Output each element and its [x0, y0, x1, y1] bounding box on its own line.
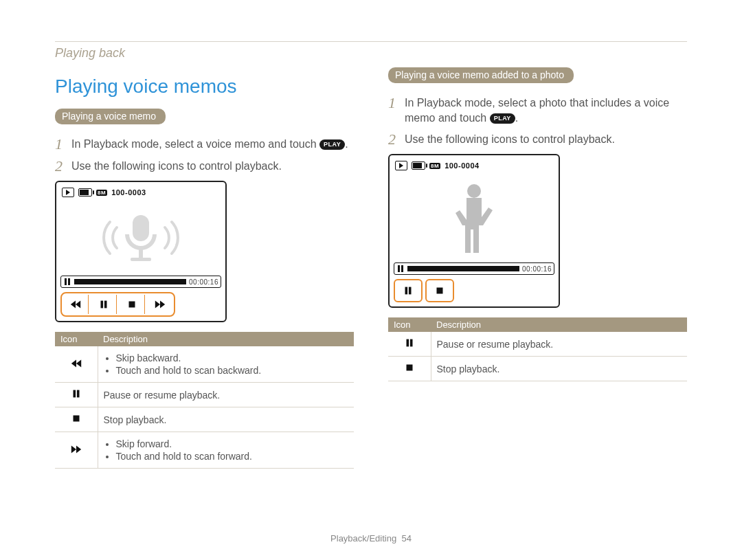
progress-bar: 00:00:16 — [394, 262, 554, 275]
step-2-right: 2 Use the following icons to control pla… — [388, 132, 687, 147]
step-text: Use the following icons to control playb… — [71, 159, 282, 174]
rewind-icon — [69, 298, 82, 311]
forward-button[interactable] — [148, 295, 172, 314]
forward-icon — [70, 443, 82, 456]
pause-button[interactable] — [394, 279, 423, 302]
photo-thumbnail — [394, 173, 554, 262]
col-header-description: Description — [431, 317, 687, 332]
stop-button[interactable] — [120, 295, 145, 314]
svg-rect-0 — [133, 215, 149, 241]
step-text: In Playback mode, select a voice memo an… — [71, 137, 348, 152]
pause-icon — [98, 298, 110, 311]
table-row: Pause or resume playback. — [388, 332, 687, 357]
col-header-description: Description — [98, 332, 354, 346]
play-pill-icon: PLAY — [490, 113, 515, 124]
file-counter: 100-0003 — [111, 188, 146, 197]
description-list: Skip forward. Touch and hold to scan for… — [104, 438, 349, 462]
file-counter: 100-0004 — [445, 161, 480, 170]
table-row: Pause or resume playback. — [55, 383, 354, 407]
pause-button[interactable] — [91, 295, 117, 314]
step-number: 1 — [388, 96, 399, 111]
svg-rect-3 — [101, 301, 104, 309]
step-1-left: 1 In Playback mode, select a voice memo … — [55, 137, 354, 152]
svg-rect-4 — [104, 301, 107, 309]
pause-indicator-icon — [396, 265, 405, 273]
playback-mode-icon — [395, 161, 407, 170]
section-title: Playing voice memos — [55, 76, 354, 98]
svg-rect-10 — [405, 287, 408, 295]
icon-description-table-right: Icon Description Pause or resume playbac… — [388, 317, 687, 381]
stop-icon — [70, 412, 82, 425]
person-silhouette-icon — [450, 180, 498, 262]
step-2-left: 2 Use the following icons to control pla… — [55, 159, 354, 174]
microphone-icon — [89, 207, 192, 269]
pause-indicator-icon — [63, 278, 71, 286]
timestamp: 00:00:16 — [189, 278, 218, 286]
pause-icon — [403, 337, 416, 349]
svg-rect-7 — [77, 390, 80, 398]
svg-rect-13 — [406, 339, 409, 347]
subsection-pill-left: Playing a voice memo — [55, 109, 166, 124]
memory-badge: 8M — [429, 163, 440, 169]
pause-icon — [70, 388, 82, 400]
svg-rect-1 — [139, 248, 143, 258]
svg-rect-14 — [410, 339, 413, 347]
svg-rect-12 — [437, 288, 443, 294]
table-row: Skip forward. Touch and hold to scan for… — [55, 432, 354, 469]
stop-icon — [126, 298, 138, 311]
table-row: Stop playback. — [55, 407, 354, 432]
icon-description-table-left: Icon Description Skip backward. Touch an… — [55, 332, 354, 469]
description-text: Pause or resume playback. — [431, 332, 687, 357]
description-text: Stop playback. — [431, 357, 687, 381]
playback-controls — [60, 292, 175, 317]
description-text: Pause or resume playback. — [98, 383, 354, 407]
breadcrumb: Playing back — [55, 46, 687, 60]
step-1-right: 1 In Playback mode, select a photo that … — [388, 96, 687, 125]
play-pill-icon: PLAY — [319, 139, 345, 150]
footer-section: Playback/Editing — [330, 533, 396, 544]
right-column: Playing a voice memo added to a photo 1 … — [388, 67, 687, 469]
battery-icon — [78, 188, 92, 197]
table-row: Stop playback. — [388, 357, 687, 381]
stop-icon — [403, 361, 416, 374]
progress-bar: 00:00:16 — [60, 276, 221, 288]
top-rule — [55, 41, 687, 42]
step-text: Use the following icons to control playb… — [405, 132, 615, 147]
memory-badge: 8M — [96, 190, 107, 196]
timestamp: 00:00:16 — [522, 265, 552, 273]
svg-rect-15 — [406, 365, 412, 371]
col-header-icon: Icon — [388, 317, 431, 332]
svg-point-9 — [467, 184, 481, 198]
stop-icon — [434, 284, 446, 297]
step-number: 1 — [55, 137, 66, 152]
step-number: 2 — [55, 159, 66, 174]
table-row: Skip backward. Touch and hold to scan ba… — [55, 346, 354, 383]
svg-rect-6 — [73, 390, 76, 398]
page-footer: Playback/Editing 54 — [0, 533, 742, 544]
svg-rect-8 — [73, 416, 79, 422]
footer-page-number: 54 — [401, 533, 411, 544]
playback-controls — [394, 279, 554, 302]
col-header-icon: Icon — [55, 332, 98, 346]
forward-icon — [154, 298, 166, 311]
device-screen-photo-memo: 8M 100-0004 00:00:16 — [388, 154, 560, 308]
stop-button[interactable] — [425, 279, 454, 302]
svg-rect-2 — [131, 258, 151, 261]
step-number: 2 — [388, 132, 399, 147]
voice-memo-graphic — [60, 200, 221, 276]
pause-icon — [402, 284, 414, 297]
description-list: Skip backward. Touch and hold to scan ba… — [104, 352, 349, 376]
svg-rect-11 — [409, 287, 412, 295]
rewind-button[interactable] — [63, 295, 89, 314]
device-screen-voice-memo: 8M 100-0003 — [55, 181, 227, 322]
step-text: In Playback mode, select a photo that in… — [405, 96, 687, 125]
subsection-pill-right: Playing a voice memo added to a photo — [388, 67, 574, 83]
left-column: Playing voice memos Playing a voice memo… — [55, 67, 354, 469]
rewind-icon — [70, 357, 82, 370]
battery-icon — [412, 161, 425, 170]
description-text: Stop playback. — [98, 407, 354, 432]
playback-mode-icon — [62, 188, 74, 197]
screen-top-bar: 8M 100-0003 — [60, 186, 221, 200]
svg-rect-5 — [129, 302, 135, 308]
manual-page: Playing back Playing voice memos Playing… — [0, 0, 742, 560]
